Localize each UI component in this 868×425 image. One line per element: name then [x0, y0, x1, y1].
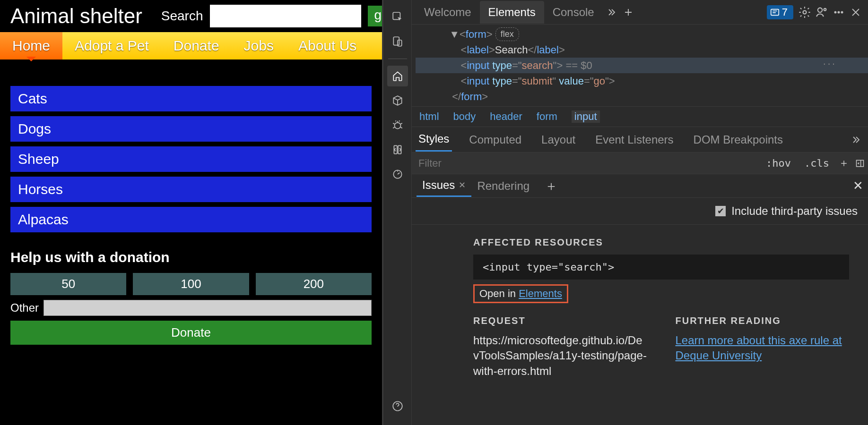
svg-point-11 — [824, 8, 826, 10]
donate-button[interactable]: Donate — [10, 321, 372, 345]
bug-icon[interactable] — [387, 115, 408, 136]
sample-webpage: Animal shelter Search go Home Adopt a Pe… — [0, 0, 382, 425]
request-heading: REQUEST — [473, 315, 647, 326]
dom-selected-node[interactable]: <input type="search"> == $0 — [416, 58, 868, 73]
close-tab-icon[interactable]: ✕ — [459, 180, 466, 190]
donation-amount-button[interactable]: 200 — [256, 273, 372, 295]
feedback-icon[interactable] — [813, 4, 830, 21]
svg-point-14 — [841, 11, 842, 13]
tab-console[interactable]: Console — [544, 1, 603, 24]
elements-tool-icon[interactable] — [387, 66, 408, 86]
drawer-tabbar: Issues✕ Rendering ＋ ✕ — [412, 174, 868, 198]
performance-icon[interactable] — [387, 164, 408, 185]
svg-point-13 — [838, 11, 839, 13]
issue-detail: AFFECTED RESOURCES <input type="search">… — [412, 225, 868, 379]
svg-rect-1 — [393, 37, 399, 45]
nav-about[interactable]: About Us — [286, 32, 369, 60]
svg-point-9 — [803, 10, 807, 14]
subtab-styles[interactable]: Styles — [416, 128, 452, 152]
donation-amount-button[interactable]: 100 — [133, 273, 249, 295]
drawer-new-tab-icon[interactable]: ＋ — [545, 177, 558, 195]
issues-count: 7 — [782, 6, 788, 18]
affected-resources-heading: AFFECTED RESOURCES — [473, 237, 849, 248]
settings-icon[interactable] — [796, 4, 813, 21]
search-input[interactable] — [210, 5, 361, 27]
drawer-tab-rendering[interactable]: Rendering — [471, 176, 535, 196]
styles-filter-input[interactable] — [412, 157, 759, 170]
drawer-close-icon[interactable]: ✕ — [853, 178, 863, 193]
dom-tree[interactable]: ▼<form>flex <label>Search</label> <input… — [412, 25, 868, 106]
tab-welcome[interactable]: Welcome — [416, 1, 480, 24]
inspect-icon[interactable] — [387, 7, 408, 27]
tab-elements[interactable]: Elements — [480, 1, 544, 24]
subtab-computed[interactable]: Computed — [466, 128, 524, 151]
main-nav: Home Adopt a Pet Donate Jobs About Us — [0, 32, 382, 60]
list-item[interactable]: Sheep — [10, 146, 372, 172]
close-devtools-icon[interactable] — [847, 4, 864, 21]
devtools-activity-bar — [383, 0, 412, 425]
computed-sidebar-toggle-icon[interactable] — [852, 159, 868, 168]
further-reading-heading: FURTHER READING — [676, 315, 850, 326]
new-style-rule-icon[interactable] — [836, 159, 852, 168]
more-subtabs-icon[interactable] — [850, 133, 864, 147]
dom-breadcrumb: html body header form input — [412, 106, 868, 127]
list-item[interactable]: Horses — [10, 177, 372, 202]
donation-heading: Help us with a donation — [0, 237, 382, 273]
styles-subtabs: Styles Computed Layout Event Listeners D… — [412, 127, 868, 153]
nav-adopt[interactable]: Adopt a Pet — [62, 32, 161, 60]
breadcrumb-item[interactable]: header — [490, 110, 522, 123]
svg-rect-8 — [771, 9, 779, 15]
include-third-party-label: Include third-party issues — [731, 204, 858, 218]
open-in-elements-link[interactable]: Elements — [519, 288, 562, 299]
other-amount-label: Other — [10, 301, 39, 314]
more-options-icon[interactable] — [830, 4, 847, 21]
subtab-event-listeners[interactable]: Event Listeners — [592, 128, 676, 151]
further-reading-link[interactable]: Learn more about this axe rule at Deque … — [676, 334, 842, 362]
affected-resource-code: <input type="search"> — [473, 255, 849, 280]
help-icon[interactable] — [387, 396, 408, 416]
device-emulation-icon[interactable] — [387, 31, 408, 52]
animal-list: Cats Dogs Sheep Horses Alpacas — [0, 60, 382, 237]
issues-counter[interactable]: 7 — [767, 5, 793, 19]
network-conditions-icon[interactable] — [387, 139, 408, 160]
site-title: Animal shelter — [10, 5, 161, 27]
dom-gutter-ellipsis: ... — [822, 58, 836, 67]
other-amount-input[interactable] — [43, 300, 372, 316]
subtab-layout[interactable]: Layout — [538, 128, 578, 151]
devtools-panel: Welcome Elements Console 7 ▼<form>f — [382, 0, 868, 425]
nav-home[interactable]: Home — [0, 32, 62, 60]
svg-point-10 — [818, 8, 822, 12]
breadcrumb-item[interactable]: form — [537, 110, 557, 123]
include-third-party-checkbox[interactable]: ✔ — [715, 206, 726, 216]
styles-filter-bar: :hov .cls — [412, 153, 868, 174]
open-in-elements: Open in Elements — [473, 284, 568, 303]
devtools-tabbar: Welcome Elements Console 7 — [412, 0, 868, 25]
breadcrumb-item[interactable]: body — [453, 110, 476, 123]
search-label: Search — [161, 8, 203, 24]
3d-view-icon[interactable] — [387, 90, 408, 111]
subtab-dom-breakpoints[interactable]: DOM Breakpoints — [691, 128, 786, 151]
list-item[interactable]: Cats — [10, 86, 372, 111]
cls-toggle[interactable]: .cls — [798, 157, 836, 169]
request-url: https://microsoftedge.github.io/DevTools… — [473, 333, 647, 379]
nav-jobs[interactable]: Jobs — [232, 32, 286, 60]
list-item[interactable]: Dogs — [10, 116, 372, 142]
donation-amount-button[interactable]: 50 — [10, 273, 126, 295]
breadcrumb-item[interactable]: html — [419, 110, 439, 123]
drawer-tab-issues[interactable]: Issues✕ — [417, 175, 471, 197]
more-tabs-icon[interactable] — [603, 4, 620, 21]
new-tab-icon[interactable] — [620, 4, 637, 21]
svg-point-3 — [394, 123, 400, 129]
hov-toggle[interactable]: :hov — [759, 157, 798, 169]
list-item[interactable]: Alpacas — [10, 207, 372, 232]
nav-donate[interactable]: Donate — [161, 32, 232, 60]
breadcrumb-item[interactable]: input — [572, 110, 600, 123]
svg-point-12 — [834, 11, 836, 13]
